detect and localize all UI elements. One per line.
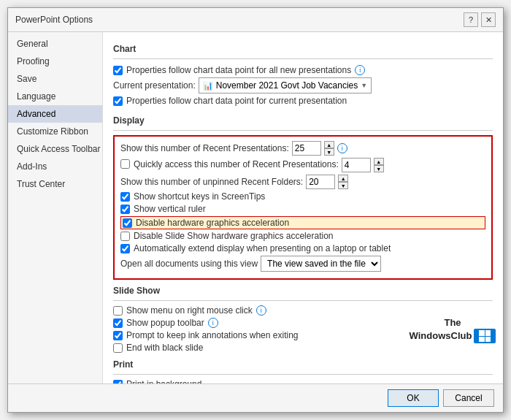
sidebar: General Proofing Save Language Advanced … xyxy=(8,32,103,383)
windows-logo-grid xyxy=(479,330,491,342)
close-button[interactable]: ✕ xyxy=(481,12,496,27)
dialog-body: General Proofing Save Language Advanced … xyxy=(8,32,503,383)
chart-cb1-info-icon[interactable]: i xyxy=(355,65,365,75)
quickly-spinner-up[interactable]: ▲ xyxy=(374,158,384,165)
recent-presentations-spinner: ▲ ▼ xyxy=(324,141,334,156)
popup-info-icon[interactable]: i xyxy=(208,318,218,328)
chart-divider xyxy=(113,58,493,59)
chart-cb1-checkbox[interactable] xyxy=(113,66,123,75)
disable-hw-label: Disable hardware graphics acceleration xyxy=(136,218,289,228)
powerpoint-options-dialog: PowerPoint Options ? ✕ General Proofing … xyxy=(7,7,504,413)
right-click-label[interactable]: Show menu on right mouse click i xyxy=(113,305,412,316)
display-section-header: Display xyxy=(113,115,493,126)
presentation-name: November 2021 Govt Job Vacancies xyxy=(216,80,358,91)
print-section-header: Print xyxy=(113,359,493,370)
auto-extend-checkbox[interactable] xyxy=(120,244,130,253)
right-click-checkbox[interactable] xyxy=(113,306,123,316)
auto-extend-label[interactable]: Automatically extend display when presen… xyxy=(120,243,485,253)
recent-presentations-label: Show this number of Recent Presentations… xyxy=(120,143,289,153)
recent-presentations-input[interactable] xyxy=(292,141,321,156)
quickly-access-row: Quickly access this number of Recent Pre… xyxy=(120,158,485,172)
slide-show-divider xyxy=(113,300,493,301)
sidebar-item-quick-access-toolbar[interactable]: Quick Access Toolbar xyxy=(8,140,102,158)
shortcut-keys-label[interactable]: Show shortcut keys in ScreenTips xyxy=(120,191,485,202)
right-click-info-icon[interactable]: i xyxy=(256,305,266,316)
sidebar-item-language[interactable]: Language xyxy=(8,88,102,105)
folders-spinner-down[interactable]: ▼ xyxy=(338,182,348,189)
open-docs-label: Open all documents using this view xyxy=(120,259,258,269)
quickly-access-checkbox[interactable] xyxy=(120,159,130,169)
chart-cb2-checkbox[interactable] xyxy=(113,96,123,106)
presentation-dropdown[interactable]: 📊 November 2021 Govt Job Vacancies ▼ xyxy=(199,77,372,93)
chart-section-content: Properties follow chart data point for a… xyxy=(113,64,493,110)
recent-folders-label: Show this number of unpinned Recent Fold… xyxy=(120,177,303,187)
disable-hw-checkbox[interactable] xyxy=(123,218,132,228)
end-black-slide-label[interactable]: End with black slide xyxy=(113,343,412,353)
presentation-file-icon: 📊 xyxy=(203,81,213,91)
recent-folders-input[interactable] xyxy=(306,175,335,189)
display-section-highlighted: Show this number of Recent Presentations… xyxy=(113,135,493,280)
ok-button[interactable]: OK xyxy=(388,389,439,407)
spinner-up[interactable]: ▲ xyxy=(324,141,334,148)
slide-show-content: Show menu on right mouse click i Show po… xyxy=(113,305,493,355)
disable-slideshow-hw-label[interactable]: Disable Slide Show hardware graphics acc… xyxy=(120,231,485,241)
popup-toolbar-label[interactable]: Show popup toolbar i xyxy=(113,318,412,328)
folders-spinner-up[interactable]: ▲ xyxy=(338,175,348,182)
recent-presentations-row: Show this number of Recent Presentations… xyxy=(120,141,485,156)
presentation-dropdown-arrow: ▼ xyxy=(361,82,367,89)
current-presentation-row: Current presentation: 📊 November 2021 Go… xyxy=(113,77,493,93)
windows-logo xyxy=(474,329,496,343)
title-bar: PowerPoint Options ? ✕ xyxy=(8,8,503,32)
open-docs-select[interactable]: The view saved in the file xyxy=(261,256,381,272)
end-black-slide-checkbox[interactable] xyxy=(113,343,123,353)
sidebar-item-save[interactable]: Save xyxy=(8,70,102,88)
prompt-ink-checkbox[interactable] xyxy=(113,331,123,340)
recent-folders-spinner: ▲ ▼ xyxy=(338,175,348,189)
quickly-spinner-down[interactable]: ▼ xyxy=(374,165,384,172)
shortcut-keys-checkbox[interactable] xyxy=(120,192,130,202)
slide-show-checkboxes: Show menu on right mouse click i Show po… xyxy=(113,305,412,355)
sidebar-item-add-ins[interactable]: Add-Ins xyxy=(8,158,102,175)
slide-show-section-header: Slide Show xyxy=(113,286,493,296)
sidebar-item-general[interactable]: General xyxy=(8,35,102,53)
chart-section-header: Chart xyxy=(113,44,493,54)
quickly-access-input[interactable] xyxy=(342,158,371,172)
sidebar-item-proofing[interactable]: Proofing xyxy=(8,53,102,70)
vertical-ruler-checkbox[interactable] xyxy=(120,205,130,214)
slide-show-section: Slide Show Show menu on right mouse clic… xyxy=(113,286,493,355)
title-bar-controls: ? ✕ xyxy=(464,12,496,27)
display-divider xyxy=(113,130,493,131)
sidebar-item-customize-ribbon[interactable]: Customize Ribbon xyxy=(8,123,102,140)
dialog-footer: OK Cancel xyxy=(8,383,503,412)
sidebar-item-trust-center[interactable]: Trust Center xyxy=(8,175,102,193)
current-presentation-label: Current presentation: xyxy=(113,80,196,91)
cancel-button[interactable]: Cancel xyxy=(443,389,494,407)
watermark: The WindowsClub xyxy=(412,305,493,355)
main-content: Chart Properties follow chart data point… xyxy=(103,32,503,383)
chart-cb1-label[interactable]: Properties follow chart data point for a… xyxy=(113,65,493,75)
chart-cb2-label[interactable]: Properties follow chart data point for c… xyxy=(113,96,493,106)
dialog-title: PowerPoint Options xyxy=(15,15,93,25)
quickly-access-spinner: ▲ ▼ xyxy=(374,158,384,172)
spinner-down[interactable]: ▼ xyxy=(324,148,334,156)
quickly-access-label[interactable]: Quickly access this number of Recent Pre… xyxy=(120,159,339,169)
vertical-ruler-label[interactable]: Show vertical ruler xyxy=(120,204,485,214)
recent-presentations-info-icon[interactable]: i xyxy=(337,143,347,153)
popup-toolbar-checkbox[interactable] xyxy=(113,318,123,328)
disable-hw-highlighted-row: Disable hardware graphics acceleration xyxy=(120,216,485,229)
sidebar-item-advanced[interactable]: Advanced xyxy=(8,105,102,123)
recent-folders-row: Show this number of unpinned Recent Fold… xyxy=(120,175,485,189)
print-divider xyxy=(113,374,493,375)
open-docs-row: Open all documents using this view The v… xyxy=(120,256,485,272)
watermark-line2-container: WindowsClub xyxy=(410,329,496,343)
prompt-ink-label[interactable]: Prompt to keep ink annotations when exit… xyxy=(113,330,412,340)
disable-slideshow-hw-checkbox[interactable] xyxy=(120,232,130,241)
help-button[interactable]: ? xyxy=(464,12,478,27)
